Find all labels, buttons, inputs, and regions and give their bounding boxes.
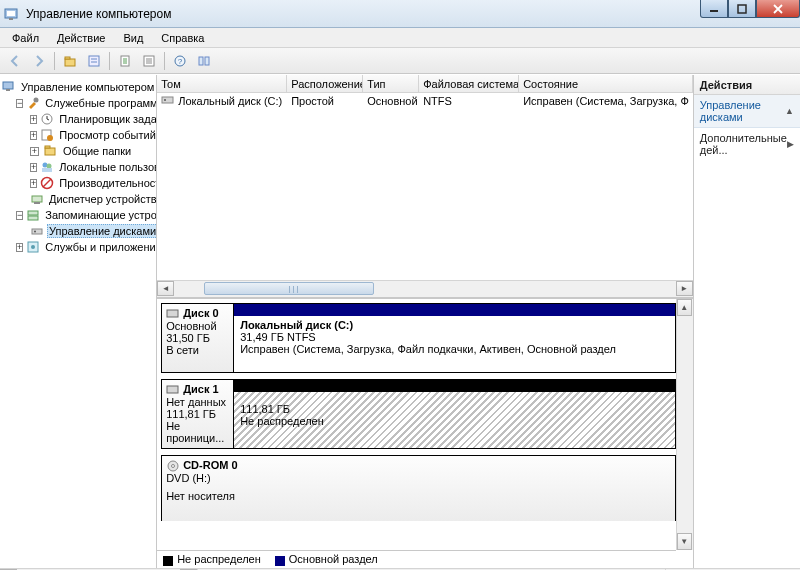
properties-button[interactable] [83, 50, 105, 72]
tree-label: Общие папки [61, 145, 133, 157]
tree-pane: Управление компьютером (л − Служебные пр… [0, 75, 157, 568]
disk-row[interactable]: Диск 1 Нет данных 111,81 ГБ Не проиници.… [161, 379, 676, 449]
menu-action[interactable]: Действие [49, 30, 113, 46]
svg-point-38 [164, 99, 166, 101]
disk-name: CD-ROM 0 [183, 459, 237, 471]
scroll-up-icon[interactable]: ▲ [677, 299, 692, 316]
close-button[interactable] [756, 0, 800, 18]
toolbar-separator [54, 52, 55, 70]
settings-button[interactable] [193, 50, 215, 72]
tree-task-scheduler[interactable]: +Планировщик заданий [30, 111, 154, 127]
volume-fs: NTFS [419, 95, 519, 107]
expand-icon[interactable]: + [30, 131, 37, 140]
expand-icon[interactable]: + [16, 243, 23, 252]
partition-status: Исправен (Система, Загрузка, Файл подкач… [240, 343, 669, 355]
tree-label: Служебные программы [43, 97, 157, 109]
forward-button[interactable] [28, 50, 50, 72]
collapse-icon[interactable]: − [16, 211, 23, 220]
col-status[interactable]: Состояние [519, 75, 693, 92]
svg-rect-33 [32, 229, 42, 234]
col-volume[interactable]: Том [157, 75, 287, 92]
disk-list: Диск 0 Основной 31,50 ГБ В сети Локальны… [157, 299, 676, 550]
back-button[interactable] [4, 50, 26, 72]
folder-icon [42, 143, 58, 159]
actions-more[interactable]: Дополнительные дей... ▶ [694, 128, 800, 160]
svg-rect-16 [3, 82, 13, 89]
disk-row[interactable]: CD-ROM 0 DVD (H:) Нет носителя [161, 455, 676, 521]
tree-event-viewer[interactable]: +Просмотр событий [30, 127, 154, 143]
event-icon [40, 127, 54, 143]
col-layout[interactable]: Расположение [287, 75, 363, 92]
up-button[interactable] [59, 50, 81, 72]
disk-info: Диск 1 Нет данных 111,81 ГБ Не проиници.… [162, 380, 234, 448]
svg-rect-3 [710, 10, 718, 12]
volume-rows: Локальный диск (C:) Простой Основной NTF… [157, 93, 693, 280]
scroll-thumb[interactable] [204, 282, 374, 295]
partition[interactable]: 111,81 ГБ Не распределен [234, 380, 675, 448]
chevron-up-icon: ▲ [785, 106, 794, 116]
scroll-left-icon[interactable]: ◄ [157, 281, 174, 296]
scroll-track[interactable] [174, 281, 676, 297]
disk-state: В сети [166, 344, 229, 356]
col-type[interactable]: Тип [363, 75, 419, 92]
col-fs[interactable]: Файловая система [419, 75, 519, 92]
scroll-right-icon[interactable]: ► [676, 281, 693, 296]
window-title: Управление компьютером [26, 7, 171, 21]
menu-help[interactable]: Справка [153, 30, 212, 46]
tree-disk-management[interactable]: Управление дисками [30, 223, 154, 239]
actions-section[interactable]: Управление дисками ▲ [694, 95, 800, 128]
titlebar: Управление компьютером [0, 0, 800, 28]
tree-services-apps[interactable]: +Службы и приложения [16, 239, 154, 255]
expand-icon[interactable]: + [30, 147, 39, 156]
column-headers: Том Расположение Тип Файловая система Со… [157, 75, 693, 93]
disk-type: Нет данных [166, 396, 229, 408]
tree-shared-folders[interactable]: +Общие папки [30, 143, 154, 159]
hscrollbar[interactable]: ◄ ► [157, 280, 693, 297]
vscrollbar[interactable]: ▲ ▼ [676, 299, 693, 550]
svg-rect-1 [7, 11, 15, 16]
partition-body: 111,81 ГБ Не распределен [234, 392, 675, 448]
partition[interactable]: Локальный диск (C:) 31,49 ГБ NTFS Исправ… [234, 304, 675, 372]
storage-icon [26, 207, 40, 223]
nav-tree: Управление компьютером (л − Служебные пр… [0, 77, 156, 257]
svg-line-28 [43, 179, 51, 187]
tree-label: Запоминающие устройст [43, 209, 157, 221]
tree-label: Управление компьютером (л [19, 81, 157, 93]
expand-icon[interactable]: + [30, 163, 37, 172]
disk-state: Не проиници... [166, 420, 229, 444]
svg-rect-2 [9, 18, 13, 20]
actions-header: Действия [694, 75, 800, 95]
minimize-button[interactable] [700, 0, 728, 18]
volume-list: Том Расположение Тип Файловая система Со… [157, 75, 693, 299]
scroll-down-icon[interactable]: ▼ [677, 533, 692, 550]
partition-bar-primary [234, 304, 675, 316]
cdrom-icon [166, 460, 180, 472]
tree-services-tools[interactable]: − Служебные программы [16, 95, 154, 111]
menu-file[interactable]: Файл [4, 30, 47, 46]
maximize-button[interactable] [728, 0, 756, 18]
svg-text:?: ? [178, 57, 183, 66]
disk-state: Нет носителя [166, 490, 671, 502]
refresh-button[interactable] [114, 50, 136, 72]
svg-rect-30 [34, 202, 40, 204]
expand-icon[interactable]: + [30, 115, 37, 124]
tree-root[interactable]: Управление компьютером (л [2, 79, 154, 95]
tree-device-manager[interactable]: Диспетчер устройств [30, 191, 154, 207]
disk-row[interactable]: Диск 0 Основной 31,50 ГБ В сети Локальны… [161, 303, 676, 373]
legend-label: Основной раздел [289, 553, 378, 565]
menu-view[interactable]: Вид [115, 30, 151, 46]
export-list-button[interactable] [138, 50, 160, 72]
tree-local-users[interactable]: +Локальные пользоват [30, 159, 154, 175]
svg-rect-6 [65, 57, 70, 59]
volume-row[interactable]: Локальный диск (C:) Простой Основной NTF… [157, 93, 693, 109]
toolbar-separator [109, 52, 110, 70]
svg-rect-26 [42, 168, 52, 172]
hdd-icon [166, 308, 180, 320]
svg-rect-14 [199, 57, 203, 65]
tree-performance[interactable]: +Производительность [30, 175, 154, 191]
help-button[interactable]: ? [169, 50, 191, 72]
tree-storage[interactable]: − Запоминающие устройст [16, 207, 154, 223]
collapse-icon[interactable]: − [16, 99, 23, 108]
tree-label: Диспетчер устройств [47, 193, 157, 205]
expand-icon[interactable]: + [30, 179, 37, 188]
